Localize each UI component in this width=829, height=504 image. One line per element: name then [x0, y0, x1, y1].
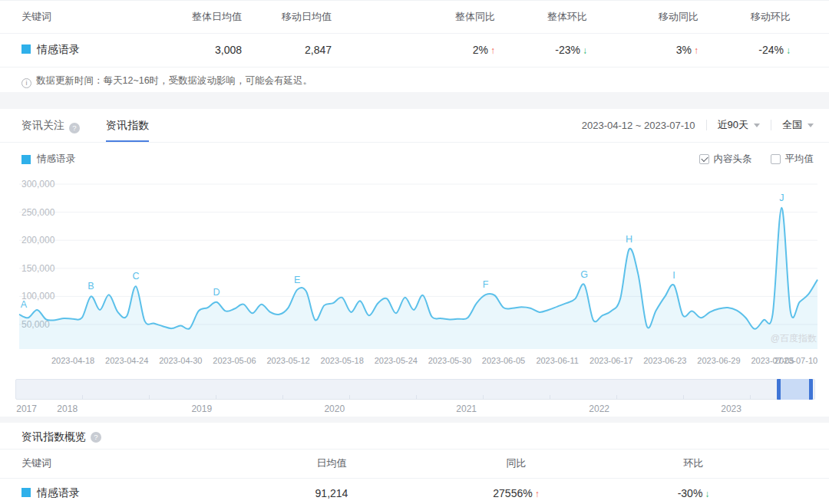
x-axis-label: 2023-06-29 [697, 356, 740, 365]
timeline-track[interactable] [15, 379, 815, 400]
trend-arrow [535, 489, 540, 499]
y-axis-label: 300,000 [21, 179, 55, 189]
data-update-notice: 数据更新时间：每天12~16时，受数据波动影响，可能会有延迟。 [0, 68, 829, 92]
keyword-color-swatch [21, 44, 31, 54]
overall-yoy-value: 2% [332, 33, 495, 67]
peak-marker-C: C [132, 271, 139, 282]
stats-header-row: 关键词 整体日均值 移动日均值 整体同比 整体环比 移动同比 移动环比 [0, 1, 829, 33]
col-overall-daily: 整体日均值 [184, 1, 242, 33]
timeline-year-label: 2022 [589, 404, 609, 414]
y-axis-label: 150,000 [21, 262, 55, 273]
col-mom: 环比 [596, 449, 829, 478]
baidu-index-page: 关键词 整体日均值 移动日均值 整体同比 整体环比 移动同比 移动环比 情感语录… [0, 0, 829, 504]
checkbox-average[interactable]: 平均值 [771, 153, 814, 166]
x-axis-label: 2023-05-24 [375, 356, 418, 365]
tab-bar: 资讯关注 资讯指数 [21, 108, 175, 142]
help-icon[interactable] [69, 123, 80, 133]
peak-marker-G: G [580, 269, 588, 280]
mom-value: -30% [596, 478, 829, 504]
overview-table: 关键词 日均值 同比 环比 情感语录 91,214 27556% -30% [0, 449, 829, 504]
checkbox-icon[interactable] [771, 154, 781, 164]
x-axis-label: 2023-06-23 [643, 356, 686, 365]
keyword-cell: 情感语录 [0, 33, 184, 67]
x-axis-label: 2023-06-11 [536, 356, 578, 365]
info-icon [21, 78, 31, 88]
col-daily-avg: 日均值 [249, 449, 414, 478]
timeline-year-label: 2018 [57, 404, 78, 414]
x-axis-label: 2023-05-12 [266, 356, 309, 365]
x-axis-label: 2023-04-30 [159, 356, 202, 365]
trend-arrow [694, 45, 699, 56]
checkbox-content-headlines[interactable]: 内容头条 [699, 153, 752, 166]
col-overall-yoy: 整体同比 [332, 1, 495, 33]
col-mobile-mom: 移动环比 [699, 1, 791, 33]
peak-marker-H: H [626, 233, 632, 244]
trend-arrow [583, 45, 587, 56]
chart-options: 内容头条 平均值 [681, 153, 814, 166]
mobile-daily-value: 2,847 [242, 33, 332, 67]
peak-marker-E: E [294, 274, 300, 285]
keyword-label: 情感语录 [37, 486, 80, 499]
chart-controls: 2023-04-12 ~ 2023-07-10 近90天 全国 [582, 118, 814, 132]
help-icon[interactable] [91, 432, 101, 443]
date-range[interactable]: 2023-04-12 ~ 2023-07-10 [582, 120, 695, 131]
tab-news-attention[interactable]: 资讯关注 [21, 108, 80, 142]
timeline-year-label: 2023 [721, 404, 741, 414]
daily-avg-value: 91,214 [249, 478, 414, 504]
overview-data-row: 情感语录 91,214 27556% -30% [0, 478, 829, 504]
legend-color-swatch [21, 155, 31, 164]
trend-chart: 50,000100,000150,000200,000250,000300,00… [0, 173, 829, 370]
timeline-scrubber: 2017201820192020202120222023 [0, 370, 829, 417]
keyword-stats-table: 关键词 整体日均值 移动日均值 整体同比 整体环比 移动同比 移动环比 情感语录… [0, 1, 829, 68]
overall-daily-value: 3,008 [184, 33, 242, 67]
tab-news-index[interactable]: 资讯指数 [106, 108, 149, 142]
overview-header-row: 关键词 日均值 同比 环比 [0, 449, 829, 478]
peak-marker-D: D [213, 286, 220, 297]
timeline-selection[interactable] [777, 379, 813, 400]
section-divider [0, 92, 829, 109]
col-overall-mom: 整体环比 [495, 1, 587, 33]
chevron-down-icon [754, 124, 760, 127]
timeline-years: 2017201820192020202120222023 [15, 400, 815, 417]
x-axis-label: 2023-06-17 [590, 356, 632, 365]
keyword-label: 情感语录 [37, 43, 80, 55]
col-mobile-yoy: 移动同比 [587, 1, 699, 33]
x-axis-label: 2023-04-24 [105, 356, 148, 365]
legend-label: 情感语录 [37, 153, 75, 166]
divider [771, 120, 771, 130]
timeline-year-label: 2021 [456, 404, 477, 414]
news-index-overview-section: 资讯指数概览 关键词 日均值 同比 环比 情感语录 91,214 27556% [0, 423, 829, 504]
timeline-year-label: 2019 [191, 404, 212, 414]
yoy-value: 27556% [414, 478, 596, 504]
peak-marker-A: A [21, 298, 28, 309]
chart-toolbar: 情感语录 内容头条 平均值 [0, 143, 829, 173]
trend-chart-svg[interactable]: 50,000100,000150,000200,000250,000300,00… [0, 173, 829, 350]
region-dropdown[interactable]: 全国 [782, 118, 814, 132]
peak-marker-I: I [672, 269, 675, 280]
x-axis-label: 2023-05-30 [428, 356, 471, 365]
mobile-yoy-value: 3% [587, 33, 699, 67]
watermark: @百度指数 [771, 332, 817, 345]
checkbox-icon[interactable] [699, 154, 709, 164]
stats-data-row: 情感语录 3,008 2,847 2% -23% 3% -24% [0, 33, 829, 67]
section-divider [0, 417, 829, 423]
col-keyword: 关键词 [0, 1, 184, 33]
peak-marker-J: J [779, 192, 784, 203]
overall-mom-value: -23% [495, 33, 587, 67]
tab-news-attention-label: 资讯关注 [21, 119, 64, 131]
chart-legend: 情感语录 [21, 153, 75, 166]
trend-arrow [786, 45, 791, 56]
timeline-year-label: 2017 [16, 404, 37, 414]
news-index-section: 资讯关注 资讯指数 2023-04-12 ~ 2023-07-10 近90天 全… [0, 109, 829, 417]
divider [706, 120, 707, 130]
keyword-cell: 情感语录 [0, 478, 249, 504]
col-keyword: 关键词 [0, 449, 249, 478]
keyword-stats-section: 关键词 整体日均值 移动日均值 整体同比 整体环比 移动同比 移动环比 情感语录… [0, 0, 829, 92]
trend-arrow [490, 45, 495, 56]
overview-title: 资讯指数概览 [21, 430, 86, 444]
y-axis-label: 250,000 [21, 206, 55, 217]
period-dropdown[interactable]: 近90天 [718, 118, 760, 132]
x-axis-label: 2023-07-10 [775, 356, 817, 365]
overview-title-row: 资讯指数概览 [0, 423, 829, 447]
peak-marker-F: F [483, 279, 489, 290]
